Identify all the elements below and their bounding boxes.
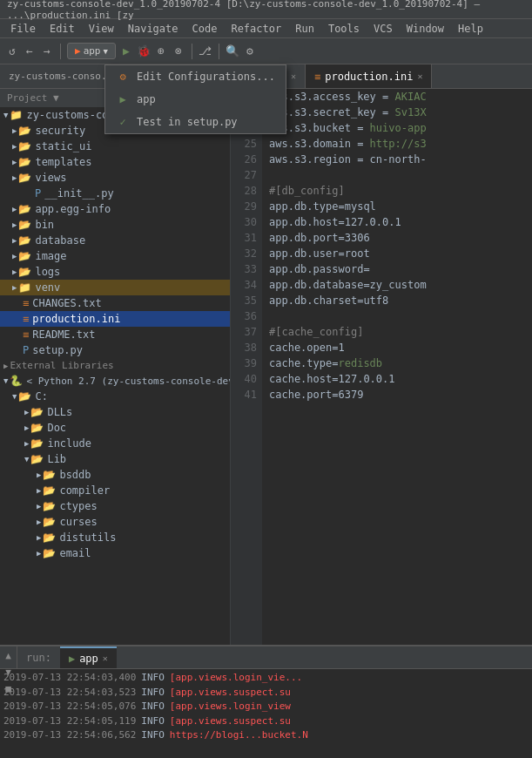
- python-icon: 🐍: [10, 375, 23, 387]
- tree-external-libs[interactable]: ▶ External Libraries: [0, 358, 230, 373]
- tree-ctypes-label: ctypes: [59, 500, 97, 512]
- code-line-33: app.db.password=: [269, 261, 525, 277]
- tree-compiler-label: compiler: [59, 484, 110, 497]
- tree-templates[interactable]: ▶ 📂 templates: [0, 154, 230, 170]
- tab-production-ini-close[interactable]: ✕: [417, 71, 422, 81]
- menu-code[interactable]: Code: [185, 21, 225, 37]
- ln-28: 28: [236, 183, 257, 199]
- log-level-1: INFO: [141, 671, 165, 686]
- tab-production-ini[interactable]: ≡ production.ini ✕: [306, 64, 432, 88]
- code-line-41: cache.port=6379: [269, 387, 525, 403]
- tree-include[interactable]: ▶ 📂 include: [0, 436, 230, 451]
- code-line-39: cache.type=redisdb: [269, 355, 525, 371]
- chevron-ctypes: ▶: [37, 502, 41, 511]
- menu-navigate[interactable]: Navigate: [121, 21, 185, 37]
- tree-python27[interactable]: ▼ 🐍 < Python 2.7 (zy-customs-console-dev…: [0, 373, 230, 389]
- tree-views[interactable]: ▶ 📂 views: [0, 170, 230, 186]
- menu-window[interactable]: Window: [400, 21, 451, 37]
- chevron-logs: ▶: [12, 267, 17, 276]
- project-folder-icon: 📁: [10, 109, 23, 121]
- file-icon-changes: ≡: [23, 297, 29, 309]
- tree-egg-info-label: app.egg-info: [35, 203, 111, 215]
- tree-readme-txt[interactable]: ≡ README.txt: [0, 327, 230, 342]
- ln-33: 33: [236, 261, 257, 277]
- bottom-tab-app[interactable]: ▶ app ✕: [60, 646, 117, 668]
- tree-curses[interactable]: ▶ 📂 curses: [0, 514, 230, 530]
- dropdown-test[interactable]: ✓ Test in setup.py: [105, 111, 286, 133]
- menu-tools[interactable]: Tools: [321, 21, 367, 37]
- menu-run[interactable]: Run: [288, 21, 321, 37]
- toolbar-run-icon[interactable]: ▶: [119, 44, 133, 58]
- bottom-tab-run-label: run:: [17, 646, 60, 668]
- dropdown-edit-config[interactable]: ⚙ Edit Configurations...: [105, 65, 286, 88]
- tree-static-ui[interactable]: ▶ 📂 static_ui: [0, 139, 230, 154]
- ln-40: 40: [236, 371, 257, 387]
- run-config-button[interactable]: ▶ app ▼: [67, 43, 116, 59]
- menu-vcs[interactable]: VCS: [367, 21, 400, 37]
- toolbar-forward-icon[interactable]: →: [40, 44, 54, 58]
- toolbar-back-icon[interactable]: ←: [23, 44, 37, 58]
- tree-dlls[interactable]: ▶ 📂 DLLs: [0, 404, 230, 420]
- toolbar-coverage-icon[interactable]: ⊕: [154, 44, 168, 58]
- toolbar-sep3: [219, 44, 219, 59]
- app-run-icon: ▶: [116, 92, 130, 106]
- ln-31: 31: [236, 230, 257, 246]
- dropdown-app[interactable]: ▶ app: [105, 88, 286, 111]
- tab-loader-py-close[interactable]: ✕: [291, 71, 296, 81]
- toolbar-git-icon[interactable]: ⎇: [199, 44, 212, 58]
- folder-icon-views: 📂: [18, 172, 31, 184]
- bottom-up-icon[interactable]: ▲: [5, 650, 11, 661]
- tree-venv[interactable]: ▶ 📁 venv: [0, 280, 230, 295]
- tree-database-label: database: [35, 234, 85, 247]
- dropdown-edit-config-label: Edit Configurations...: [137, 71, 275, 83]
- tree-c-drive[interactable]: ▼ 📂 C:: [0, 389, 230, 404]
- menu-help[interactable]: Help: [451, 21, 490, 37]
- folder-icon-ctypes: 📂: [43, 500, 56, 512]
- menu-view[interactable]: View: [82, 21, 121, 37]
- ln-30: 30: [236, 214, 257, 230]
- folder-icon-venv: 📁: [18, 281, 31, 294]
- tree-egg-info[interactable]: ▶ 📂 app.egg-info: [0, 201, 230, 217]
- tree-ctypes[interactable]: ▶ 📂 ctypes: [0, 498, 230, 514]
- chevron-doc: ▶: [24, 423, 29, 432]
- tree-bin[interactable]: ▶ 📂 bin: [0, 217, 230, 233]
- code-line-24: aws.s3.bucket = huivo-app: [269, 120, 525, 136]
- tree-image[interactable]: ▶ 📂 image: [0, 248, 230, 264]
- code-editor[interactable]: 22 23 24 25 26 27 28 29 30 31 32 33 34 3…: [231, 89, 532, 645]
- tree-lib[interactable]: ▼ 📂 Lib: [0, 451, 230, 467]
- chevron-egg-info: ▶: [12, 205, 17, 213]
- toolbar-profile-icon[interactable]: ⊗: [172, 44, 185, 58]
- menu-refactor[interactable]: Refactor: [224, 21, 288, 37]
- tree-compiler[interactable]: ▶ 📂 compiler: [0, 483, 230, 498]
- log-msg-4: [app.views.suspect.su: [170, 714, 291, 729]
- log-line-2: 2019-07-13 22:54:03,523 INFO [app.views.…: [3, 686, 529, 700]
- chevron-root: ▼: [3, 111, 8, 119]
- tree-production-ini[interactable]: ≡ production.ini: [0, 311, 230, 327]
- bottom-tab-app-close[interactable]: ✕: [103, 653, 108, 663]
- tree-logs[interactable]: ▶ 📂 logs: [0, 264, 230, 280]
- menu-file[interactable]: File: [3, 21, 43, 37]
- code-content[interactable]: aws.s3.access_key = AKIAC aws.s3.secret_…: [262, 89, 532, 645]
- tree-doc[interactable]: ▶ 📂 Doc: [0, 420, 230, 436]
- menu-edit[interactable]: Edit: [43, 21, 82, 37]
- tree-email[interactable]: ▶ 📂 email: [0, 545, 230, 561]
- code-line-32: app.db.user=root: [269, 246, 525, 261]
- toolbar-settings-icon[interactable]: ⚙: [243, 44, 257, 58]
- tree-init-py[interactable]: P __init__.py: [0, 186, 230, 201]
- log-level-2: INFO: [141, 686, 165, 700]
- toolbar-debug-icon[interactable]: 🐞: [137, 44, 151, 58]
- tree-setup-py[interactable]: P setup.py: [0, 342, 230, 358]
- toolbar-sync-icon[interactable]: ↺: [5, 44, 19, 58]
- toolbar-find-icon[interactable]: 🔍: [226, 44, 239, 58]
- tree-database[interactable]: ▶ 📂 database: [0, 233, 230, 248]
- folder-icon-egg-info: 📂: [18, 203, 31, 215]
- file-icon-setup: P: [23, 344, 29, 356]
- tree-distutils[interactable]: ▶ 📂 distutils: [0, 530, 230, 545]
- file-icon-init: P: [35, 187, 41, 200]
- main-area: Project ▼ ▼ 📁 zy-customs-console-dev ▶ 📂…: [0, 89, 532, 645]
- tree-bsddb[interactable]: ▶ 📂 bsddb: [0, 467, 230, 483]
- tree-changes-txt[interactable]: ≡ CHANGES.txt: [0, 295, 230, 311]
- chevron-venv: ▶: [12, 283, 17, 292]
- code-line-29: app.db.type=mysql: [269, 199, 525, 214]
- tree-curses-label: curses: [59, 516, 97, 528]
